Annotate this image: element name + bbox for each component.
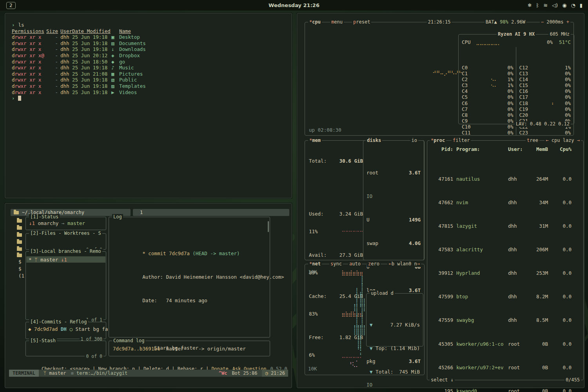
zero-button[interactable]: zero — [367, 261, 381, 267]
prev-device-button[interactable]: ← — [388, 261, 391, 267]
date-modified: 25 Jun 18:50 — [72, 59, 111, 65]
ls-row: drwxr xr x - dhh 25 Jun 19:18 ↓ Download… — [12, 46, 288, 53]
header-cpu[interactable]: Cpu% — [548, 146, 572, 152]
preset-button[interactable]: preset — [352, 19, 371, 25]
bluetooth-icon[interactable]: ᛒ — [536, 2, 539, 8]
header-pid[interactable]: Pid: — [430, 146, 453, 152]
next-device-button[interactable]: → — [417, 261, 420, 267]
net-stat-row: ▼Total: 745 MiB — [370, 369, 420, 375]
stat-label: Avail: — [309, 252, 327, 258]
folder-icon[interactable] — [17, 226, 22, 230]
tree-button[interactable]: tree — [526, 138, 539, 143]
header-user[interactable]: User: — [508, 146, 527, 152]
pid: 195 — [430, 388, 453, 392]
sync-button[interactable]: sync — [329, 261, 343, 267]
core-row: C100% — [462, 124, 514, 130]
permissions: drwxr xr x — [12, 71, 41, 77]
workspace-indicator[interactable]: 2 — [6, 2, 16, 9]
lazygit-window: ~/.local/share/omarchy 1 $$(1 [1]-Status… — [5, 203, 292, 388]
stash-panel[interactable]: [5]-Stash 0 of 0 — [25, 341, 106, 356]
menu-button[interactable]: menu — [330, 19, 344, 25]
files-panel[interactable]: [2]-Files - Worktrees - S 0 of 0 — [25, 233, 106, 250]
owner: dhh — [58, 89, 72, 96]
process-row[interactable]: 47559 swaybg dhh 8.5M 0.0 — [430, 317, 582, 323]
interval-plus-button[interactable]: + — [566, 19, 569, 25]
folder-icon: ▣ — [111, 34, 119, 40]
prev-sort-button[interactable]: ← — [546, 138, 548, 143]
battery-icon: BAT▲ — [486, 19, 497, 25]
log-panel[interactable]: Log * commit 7dc9d7a (HEAD -> master) Au… — [109, 217, 270, 338]
ls-header-date: Date Modified — [72, 28, 111, 34]
folder-icon: ▦ — [111, 71, 119, 77]
owner: dhh — [58, 83, 72, 89]
commits-panel[interactable]: [4]-Commits - Reflog ◆ 7dc9d7ad DH ○ Sta… — [25, 322, 106, 339]
behind-count: ↓1 — [29, 220, 35, 226]
memory: 31M — [527, 223, 548, 229]
record-icon[interactable]: ◉ — [562, 2, 566, 8]
process-row[interactable]: 47599 btop dhh 8.2M 0.0 — [430, 294, 582, 299]
wifi-icon[interactable]: ≋ — [543, 2, 548, 8]
io-mode-button[interactable]: io — [410, 138, 418, 143]
core-row: C170% — [519, 94, 571, 100]
process-row[interactable]: 47662 nvim dhh 34M 0.0 — [430, 200, 582, 205]
net-graph: ⠀⠀⢠⠀⠀⠀⢸⠀⠀⡀⢸⠀⠀⡇⣼⠀⠀⡇⣿⡀⢀⡇⣿⡇⢸⡇⢻⡇⠈⡇⢸⠁⠀⡇⢸⠀⢀⣇⣸⡀… — [352, 273, 367, 358]
ls-header-permissions: Permissions — [12, 28, 46, 34]
cpu-box-title: *cpu — [308, 19, 322, 25]
interval-minus-button[interactable]: − — [541, 19, 544, 25]
commit-row[interactable]: ◆ 7dc9d7ad DH ○ Start bg fa — [28, 326, 108, 332]
snowflake-icon[interactable]: ❄ — [527, 2, 532, 8]
select-hint[interactable]: select ↓ — [430, 377, 455, 383]
program: alacritty — [456, 247, 508, 252]
folder-icon[interactable] — [17, 240, 22, 244]
folder-icon: ◈ — [111, 53, 119, 59]
date-modified: 25 Jun 20:12 — [72, 53, 111, 59]
net-box-title: *net — [308, 261, 322, 267]
process-row[interactable]: 45305 kworker/u96:1-co root 0B 0.0 — [430, 341, 582, 347]
status-panel[interactable]: [1]-Status ↓1 omarchy → master — [25, 217, 106, 230]
disk-label: swap — [367, 240, 378, 246]
size: - — [46, 59, 58, 65]
disk-value: 3.6T — [409, 170, 421, 176]
list-icon: ≡ — [71, 370, 74, 376]
process-row[interactable]: 45266 kworker/u97:2+ev root 0B 0.0 — [430, 365, 582, 370]
auto-button[interactable]: auto — [348, 261, 362, 267]
tab-1[interactable]: 1 — [136, 210, 143, 215]
ref-names: (HEAD -> master) — [190, 250, 240, 256]
process-row[interactable]: 195 kswapd0 root 0B 0.0 — [430, 388, 582, 392]
repo-name: omarchy — [38, 220, 59, 226]
ls-header-name: Name — [111, 28, 131, 34]
core-row: C18⠆0% — [519, 100, 571, 106]
folder-icon[interactable] — [17, 247, 22, 251]
process-row[interactable]: 47161 nautilus dhh 264M 0.0 — [430, 176, 582, 182]
disk-value: 149G — [409, 217, 421, 223]
process-row[interactable]: 47815 lazygit dhh 31M 0.0 — [430, 223, 582, 229]
tab-bar: 1 — [133, 209, 289, 216]
folder-icon[interactable] — [17, 219, 22, 223]
next-sort-button[interactable]: → — [577, 138, 580, 143]
process-row[interactable]: 39912 Hyprland dhh 253M 0.0 — [430, 270, 582, 276]
volume-icon[interactable]: ◁) — [552, 2, 558, 8]
date-modified: 25 Jun 19:18 — [72, 65, 111, 71]
memory: 206M — [527, 247, 548, 252]
net-stat-value: Top: (1.14 Mib) — [376, 345, 420, 351]
header-mem[interactable]: MemB — [527, 146, 548, 152]
header-program[interactable]: Program: — [456, 146, 508, 152]
folder-icon[interactable] — [17, 233, 22, 237]
process-row[interactable]: 47583 alacritty dhh 206M 0.0 — [430, 247, 582, 252]
core-row: C200% — [519, 112, 571, 118]
cpu-percent: 0.0 — [548, 341, 572, 347]
core-row: C60% — [462, 100, 514, 106]
user-icon[interactable]: ◔ — [571, 2, 575, 8]
folder-icon[interactable] — [17, 254, 22, 257]
log-scrollbar[interactable] — [268, 221, 269, 232]
ls-row: drwxr xr x - dhh 25 Jun 19:18 ▤ Document… — [12, 40, 288, 47]
branches-panel[interactable]: [3]-Local branches - Remo * ᛘ master ↓1 … — [25, 251, 106, 320]
filter-button[interactable]: filter — [452, 138, 471, 143]
net-stats-box: upload d ▼7.27 KiB/s ▼Top: (1.14 Mib) ▼T… — [366, 293, 423, 347]
selected-branch-row[interactable]: * ᛘ master ↓1 — [26, 256, 105, 263]
battery-icon[interactable]: ▮ — [580, 2, 583, 8]
mem-total-row: Total:30.6 GiB — [309, 158, 363, 164]
permissions: drwxr xr x — [12, 46, 41, 53]
commits-panel-title: [4]-Commits - Reflog — [29, 319, 88, 325]
program: btop — [456, 294, 508, 299]
